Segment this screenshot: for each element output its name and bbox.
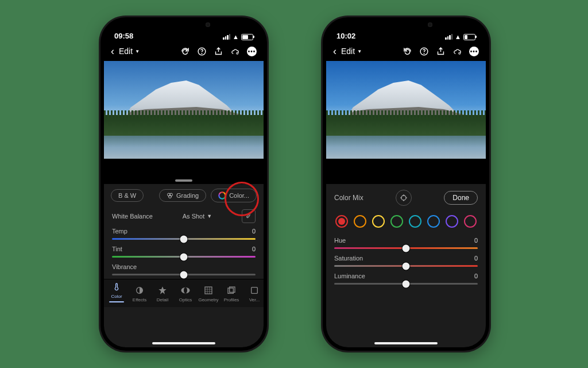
done-button[interactable]: Done: [444, 191, 478, 205]
back-button[interactable]: ‹: [333, 45, 336, 57]
edit-mode-dropdown[interactable]: Edit ▼: [341, 47, 362, 56]
optics-icon: [179, 285, 192, 296]
grading-button[interactable]: Grading: [159, 189, 206, 202]
hue-slider[interactable]: [326, 246, 486, 252]
edit-toolbar: Color Effects Detail: [104, 279, 264, 307]
color-mix-button[interactable]: Color...: [211, 189, 257, 202]
chevron-down-icon: ▼: [135, 49, 140, 54]
bw-toggle[interactable]: B & W: [111, 189, 144, 202]
color-ring-icon: [218, 191, 226, 200]
screen: 09:58 ▲ ‹ Edit ▼: [104, 21, 264, 347]
photo-preview[interactable]: [104, 61, 264, 159]
more-button[interactable]: •••: [469, 47, 479, 56]
edit-mode-dropdown[interactable]: Edit ▼: [119, 47, 140, 56]
panel-drag-handle[interactable]: [175, 179, 192, 182]
tool-optics[interactable]: Optics: [174, 285, 197, 302]
target-adjust-button[interactable]: [396, 190, 412, 206]
swatch-purple[interactable]: [446, 215, 458, 228]
undo-icon[interactable]: [403, 47, 412, 56]
saturation-slider[interactable]: [326, 264, 486, 270]
hue-value: 0: [474, 237, 478, 244]
svg-point-16: [401, 195, 406, 200]
tool-label: Geometry: [198, 297, 218, 302]
svg-rect-12: [252, 288, 258, 294]
chevron-down-icon: ▼: [357, 49, 362, 54]
redo-icon[interactable]: [180, 47, 190, 56]
battery-icon: [463, 34, 475, 40]
svg-point-1: [202, 53, 202, 53]
tool-effects[interactable]: Effects: [128, 285, 151, 302]
swatch-red[interactable]: [335, 215, 348, 228]
wifi-icon: ▲: [455, 33, 461, 40]
hue-label: Hue: [334, 237, 346, 244]
tool-detail[interactable]: Detail: [151, 285, 174, 302]
cellular-icon: [223, 34, 230, 40]
phone-mockup-left: 09:58 ▲ ‹ Edit ▼: [100, 17, 267, 351]
saturation-value: 0: [474, 255, 478, 262]
grading-label: Grading: [176, 192, 199, 199]
color-mix-panel: Color Mix Done Hue: [326, 184, 486, 347]
svg-point-14: [424, 53, 424, 53]
swatch-green[interactable]: [390, 215, 403, 228]
vibrance-label: Vibrance: [112, 263, 137, 270]
tool-label: Profiles: [224, 297, 239, 302]
luminance-label: Luminance: [334, 273, 365, 279]
home-indicator[interactable]: [374, 342, 438, 344]
temp-value: 0: [252, 228, 256, 235]
clock: 10:02: [336, 32, 355, 40]
grading-icon: [167, 192, 173, 199]
swatch-aqua[interactable]: [409, 215, 421, 228]
luminance-slider[interactable]: [326, 282, 486, 288]
temp-label: Temp: [112, 228, 127, 235]
cloud-icon[interactable]: [230, 47, 240, 56]
profiles-icon: [225, 285, 238, 296]
help-icon[interactable]: [197, 47, 207, 56]
share-icon[interactable]: [214, 47, 223, 56]
swatch-blue[interactable]: [427, 215, 440, 228]
tool-versions[interactable]: Ver...: [243, 285, 264, 302]
target-icon: [400, 194, 408, 202]
wifi-icon: ▲: [233, 33, 239, 40]
tool-label: Detail: [157, 297, 168, 302]
tool-geometry[interactable]: Geometry: [197, 285, 220, 302]
vibrance-slider[interactable]: [104, 273, 264, 279]
swatch-orange[interactable]: [354, 215, 366, 228]
detail-icon: [156, 285, 169, 296]
color-mix-header: Color Mix: [334, 194, 363, 202]
panel-divider: [326, 159, 486, 184]
effects-icon: [133, 285, 146, 296]
cellular-icon: [445, 34, 452, 40]
temp-slider[interactable]: [104, 237, 264, 243]
tool-label: Effects: [133, 297, 146, 302]
thermometer-icon: [110, 282, 123, 292]
tint-slider[interactable]: [104, 255, 264, 261]
eyedropper-button[interactable]: ✐: [242, 209, 256, 223]
app-navbar: ‹ Edit ▼: [104, 41, 264, 61]
edit-label: Edit: [119, 47, 133, 56]
home-indicator[interactable]: [152, 342, 215, 344]
panel-divider: [104, 159, 264, 184]
tool-profiles[interactable]: Profiles: [220, 285, 243, 302]
saturation-label: Saturation: [334, 255, 363, 262]
photo-preview[interactable]: [326, 61, 486, 159]
cloud-icon[interactable]: [452, 47, 462, 56]
color-mix-label: Color...: [229, 192, 249, 199]
help-icon[interactable]: [419, 47, 429, 56]
phone-notch: [144, 17, 224, 32]
tool-color[interactable]: Color: [105, 282, 128, 302]
svg-point-8: [184, 288, 187, 294]
camera-dot: [428, 22, 432, 27]
tint-value: 0: [252, 246, 256, 252]
swatch-magenta[interactable]: [464, 215, 477, 228]
tool-label: Optics: [179, 297, 192, 302]
swatch-yellow[interactable]: [372, 215, 385, 228]
white-balance-select[interactable]: As Shot ▼: [183, 213, 212, 220]
tool-label: Ver...: [249, 297, 260, 302]
more-button[interactable]: •••: [247, 47, 257, 56]
white-balance-value: As Shot: [183, 213, 205, 220]
color-swatches: [326, 212, 486, 235]
back-button[interactable]: ‹: [111, 45, 114, 57]
edit-label: Edit: [341, 47, 355, 56]
share-icon[interactable]: [436, 47, 446, 56]
chevron-down-icon: ▼: [207, 213, 212, 219]
